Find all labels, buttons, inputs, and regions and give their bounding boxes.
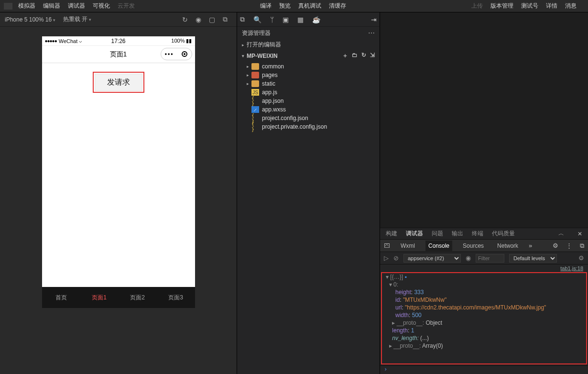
refresh-icon[interactable]: ↻ [178,16,192,23]
opened-editors[interactable]: ▸打开的编辑器 [237,39,380,50]
inspect-icon[interactable]: ⮹ [384,242,390,249]
console-gear-icon[interactable]: ⚙ [578,254,584,262]
menu-editor[interactable]: 编辑器 [43,2,60,10]
menu-testid[interactable]: 测试号 [521,2,538,10]
tab-network[interactable]: Network [494,241,521,251]
hot-reload[interactable]: 热重载 开▾ [63,15,91,23]
box-icon[interactable]: ▣ [283,16,289,23]
menu-detail[interactable]: 详情 [546,2,557,10]
gear-icon[interactable]: ⚙ [553,242,558,249]
menu-clearcache[interactable]: 清缓存 [329,2,346,10]
devtab-output[interactable]: 输出 [452,230,463,238]
tab-home[interactable]: 首页 [42,287,80,308]
folder-static[interactable]: ▸static [240,79,380,88]
tab-wxml[interactable]: Wxml [398,241,418,251]
tab-page1[interactable]: 页面1 [80,287,119,308]
more-tabs-icon[interactable]: » [529,242,532,249]
explorer-more-icon[interactable]: ⋯ [368,29,375,37]
simulator-pane: iPhone 5 100% 16▾ 热重载 开▾ ↻ ◉ ▢ ⧉ ●●●●● W… [0,12,237,374]
devtab-quality[interactable]: 代码质量 [492,230,515,238]
levels-select[interactable]: Default levels [509,254,557,263]
refresh-tree-icon[interactable]: ↻ [361,52,366,60]
search-icon[interactable]: 🔍 [253,16,261,23]
context-select[interactable]: appservice (#2) [403,254,461,263]
menu-preview[interactable]: 预览 [279,2,291,10]
eye-icon[interactable]: ◉ [466,254,471,262]
menu-visual[interactable]: 可视化 [93,2,110,10]
debug-icon[interactable]: ▦ [297,16,304,23]
explorer-title: 资源管理器 [242,29,271,37]
menu-debugger[interactable]: 调试器 [68,2,85,10]
dock-icon[interactable]: ⧉ [580,242,584,250]
menu-version[interactable]: 版本管理 [490,2,513,10]
folder-common[interactable]: ▸common [240,62,380,71]
chevron-up-icon[interactable]: ︿ [558,230,564,238]
menu-dots-icon[interactable]: ••• [165,51,174,57]
new-file-icon[interactable]: ＋ [342,52,348,60]
console-output[interactable]: ▾ [{…}] ▪ ▾ 0: height: 333 id: "MTUxMDkw… [381,272,587,364]
kebab-icon[interactable]: ⋮ [566,242,572,249]
phone-frame: ●●●●● WeChat ⌵ 17:26 100% ▮▮ 页面1 ••• 发请求 [42,36,195,308]
folder-pages[interactable]: ▸pages [240,71,380,79]
devtools-panel: 构建 调试器 问题 输出 终端 代码质量 ︿ ✕ ⮹ Wxml Console … [380,228,588,374]
file-app-js[interactable]: JSapp.js [240,88,380,97]
capsule-button[interactable]: ••• [161,48,192,60]
source-link[interactable]: tab1.js:18 [380,264,588,271]
close-icon[interactable]: ✕ [577,231,582,237]
tab-bar: 首页 页面1 页面2 页面3 [42,287,195,308]
files-icon[interactable]: ⧉ [240,15,245,23]
device-icon[interactable]: ▢ [205,16,218,23]
tab-page2[interactable]: 页面2 [119,287,157,308]
menu-simulator[interactable]: 模拟器 [18,2,35,10]
tab-page3[interactable]: 页面3 [157,287,195,308]
branch-icon[interactable]: ᛘ [270,16,274,23]
devtab-problems[interactable]: 问题 [432,230,443,238]
main-menu: 模拟器 编辑器 调试器 可视化 云开发 编译 预览 真机调试 清缓存 上传 版本… [0,0,588,12]
editor-pane: 构建 调试器 问题 输出 终端 代码质量 ︿ ✕ ⮹ Wxml Console … [380,12,588,374]
project-root[interactable]: ▾MP-WEIXIN ＋ 🗀 ↻ ⇲ [237,50,380,61]
explorer-pane: ⧉ 🔍 ᛘ ▣ ▦ ☕ ⇥ 资源管理器 ⋯ ▸打开的编辑器 ▾MP-WEIXIN… [237,12,380,374]
cup-icon[interactable]: ☕ [312,16,320,23]
file-app-wxss[interactable]: ⟋app.wxss [240,105,380,114]
page-title: 页面1 [110,50,127,59]
clear-icon[interactable]: ⊘ [393,254,399,262]
record-icon[interactable]: ◉ [192,16,205,23]
file-project-private[interactable]: { }project.private.config.json [240,122,380,131]
send-request-button[interactable]: 发请求 [95,74,142,91]
file-project-config[interactable]: { }project.config.json [240,114,380,122]
devtab-build[interactable]: 构建 [386,230,397,238]
play-icon[interactable]: ▷ [384,254,389,262]
console-prompt[interactable]: › [380,365,588,374]
menu-message[interactable]: 消息 [565,2,577,10]
menu-compile[interactable]: 编译 [260,2,272,10]
devtab-debugger[interactable]: 调试器 [406,230,423,238]
status-time: 17:26 [42,38,195,44]
app-logo [4,3,12,10]
close-target-icon[interactable] [182,51,187,57]
tab-sources[interactable]: Sources [460,241,487,251]
tab-console[interactable]: Console [425,241,452,251]
collapse-icon[interactable]: ⇥ [371,16,377,23]
file-app-json[interactable]: { }app.json [240,97,380,105]
filter-input[interactable] [476,254,504,263]
collapse-tree-icon[interactable]: ⇲ [370,52,375,60]
menu-cloud: 云开发 [118,2,135,10]
menu-remote[interactable]: 真机调试 [298,2,321,10]
device-selector[interactable]: iPhone 5 100% 16▾ [5,16,55,23]
devtab-terminal[interactable]: 终端 [472,230,483,238]
new-folder-icon[interactable]: 🗀 [352,52,358,60]
rotate-icon[interactable]: ⧉ [218,15,232,23]
menu-upload[interactable]: 上传 [471,2,483,10]
